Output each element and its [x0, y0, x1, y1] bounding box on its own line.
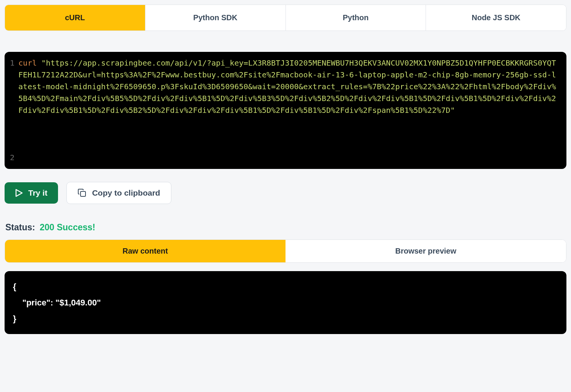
code-block[interactable]: 1 2 curl "https://app.scrapingbee.com/ap… [5, 52, 566, 169]
status-row: Status: 200 Success! [5, 222, 566, 233]
line-number: 1 [10, 57, 15, 69]
response-body[interactable]: { "price": "$1,049.00" } [5, 271, 566, 334]
copy-button[interactable]: Copy to clipboard [66, 182, 171, 204]
copy-icon [77, 188, 87, 198]
status-label: Status: [5, 222, 35, 233]
line-numbers: 1 2 [10, 57, 15, 164]
try-it-label: Try it [28, 188, 47, 198]
status-value: 200 Success! [40, 222, 95, 233]
tab-python[interactable]: Python [286, 5, 426, 31]
code-command: curl [18, 58, 37, 67]
try-it-button[interactable]: Try it [5, 182, 58, 204]
tab-python-sdk[interactable]: Python SDK [145, 5, 286, 31]
tab-node-sdk[interactable]: Node JS SDK [426, 5, 566, 31]
svg-rect-0 [81, 191, 85, 196]
tab-raw-content[interactable]: Raw content [5, 240, 286, 262]
action-row: Try it Copy to clipboard [5, 182, 566, 204]
code-url: "https://app.scrapingbee.com/api/v1/?api… [18, 58, 556, 115]
copy-label: Copy to clipboard [92, 188, 160, 198]
line-number: 2 [10, 152, 15, 164]
language-tabs: cURL Python SDK Python Node JS SDK [5, 5, 566, 31]
tab-browser-preview[interactable]: Browser preview [286, 240, 566, 262]
play-icon [15, 189, 23, 197]
code-content: curl "https://app.scrapingbee.com/api/v1… [18, 57, 560, 164]
response-tabs: Raw content Browser preview [5, 239, 566, 263]
tab-curl[interactable]: cURL [5, 5, 145, 31]
